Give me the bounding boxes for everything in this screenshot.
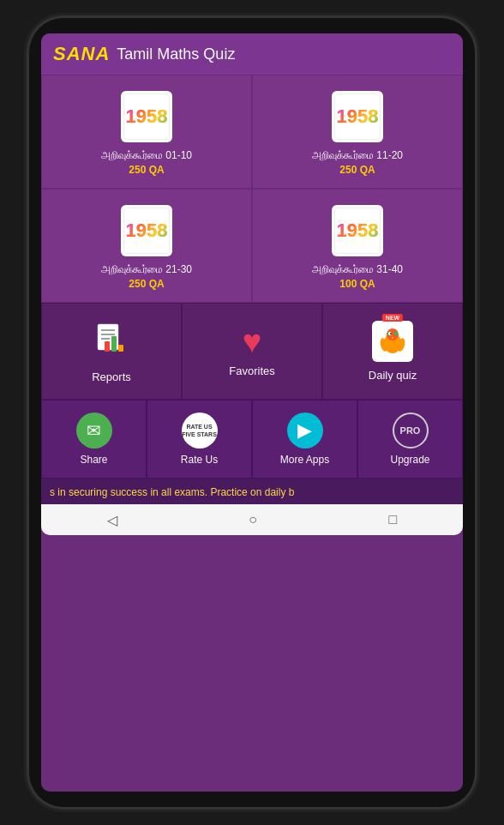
upgrade-icon: PRO	[393, 412, 429, 449]
quiz-qa-1: 250 QA	[129, 164, 164, 176]
svg-point-10	[394, 331, 398, 336]
more-apps-label: More Apps	[280, 454, 329, 466]
svg-rect-5	[105, 341, 110, 352]
quiz-qa-4: 100 QA	[339, 278, 375, 290]
quiz-image-2: 1958	[332, 91, 383, 142]
ticker-text: s in securing success in all exams. Prac…	[50, 486, 294, 498]
heart-icon: ♥	[243, 325, 262, 358]
svg-rect-6	[111, 336, 117, 352]
rate-label: Rate Us	[181, 454, 218, 466]
actions-row: Reports ♥ Favorites NEW	[41, 303, 463, 400]
share-label: Share	[80, 454, 107, 466]
reports-icon	[91, 319, 132, 364]
upgrade-button[interactable]: PRO Upgrade	[357, 400, 463, 479]
reports-label: Reports	[92, 370, 131, 383]
quiz-title-4: அறிவுக்கூர்மை 31-40	[312, 263, 403, 275]
share-button[interactable]: ✉ Share	[41, 400, 147, 479]
svg-point-13	[390, 333, 392, 334]
more-apps-icon: ▶	[287, 412, 323, 449]
back-button[interactable]: ◁	[107, 512, 117, 528]
rate-button[interactable]: RATE USFIVE STARS Rate Us	[147, 400, 252, 479]
app-title: Tamil Maths Quiz	[117, 45, 235, 63]
quiz-qa-3: 250 QA	[129, 278, 164, 290]
svg-rect-3	[101, 334, 115, 335]
recent-button[interactable]: □	[389, 512, 398, 527]
quiz-item-4[interactable]: 1958 அறிவுக்கூர்மை 31-40 100 QA	[252, 189, 463, 303]
quiz-grid-top: 1958 அறிவுக்கூர்மை 01-10 250 QA 1958 அறி…	[41, 75, 463, 189]
quiz-title-1: அறிவுக்கூர்மை 01-10	[101, 149, 192, 161]
brand-logo: SANA	[53, 43, 110, 65]
quiz-item-2[interactable]: 1958 அறிவுக்கூர்மை 11-20 250 QA	[252, 75, 463, 189]
svg-rect-7	[118, 345, 123, 352]
quiz-item-3[interactable]: 1958 அறிவுக்கூர்மை 21-30 250 QA	[41, 189, 252, 303]
svg-rect-2	[101, 329, 115, 331]
quiz-image-3: 1958	[121, 205, 172, 256]
share-icon: ✉	[76, 412, 112, 449]
home-button[interactable]: ○	[249, 512, 257, 527]
ticker-bar: s in securing success in all exams. Prac…	[41, 479, 463, 504]
more-apps-button[interactable]: ▶ More Apps	[252, 400, 357, 479]
quiz-image-4: 1958	[332, 205, 383, 256]
quiz-qa-2: 250 QA	[339, 164, 375, 176]
quiz-title-3: அறிவுக்கூர்மை 21-30	[101, 263, 192, 275]
bird-icon: NEW	[372, 321, 413, 362]
phone-frame: SANA Tamil Maths Quiz 1958 அறிவுக்கூர்மை…	[29, 18, 475, 807]
screen: SANA Tamil Maths Quiz 1958 அறிவுக்கூர்மை…	[41, 33, 463, 792]
nav-bar: ◁ ○ □	[41, 504, 463, 535]
daily-quiz-label: Daily quiz	[369, 369, 417, 382]
bottom-row: ✉ Share RATE USFIVE STARS Rate Us ▶ More…	[41, 400, 463, 479]
rate-icon: RATE USFIVE STARS	[182, 412, 218, 449]
quiz-item-1[interactable]: 1958 அறிவுக்கூர்மை 01-10 250 QA	[41, 75, 252, 189]
upgrade-label: Upgrade	[390, 454, 429, 466]
app-header: SANA Tamil Maths Quiz	[41, 33, 463, 75]
reports-action[interactable]: Reports	[41, 303, 182, 400]
quiz-grid-bottom: 1958 அறிவுக்கூர்மை 21-30 250 QA 1958 அறி…	[41, 189, 463, 303]
favorites-action[interactable]: ♥ Favorites	[182, 303, 322, 400]
daily-quiz-action[interactable]: NEW Daily quiz	[322, 303, 463, 400]
favorites-label: Favorites	[229, 364, 274, 377]
quiz-image-1: 1958	[121, 91, 172, 142]
svg-rect-4	[101, 338, 110, 340]
quiz-title-2: அறிவுக்கூர்மை 11-20	[312, 149, 403, 161]
